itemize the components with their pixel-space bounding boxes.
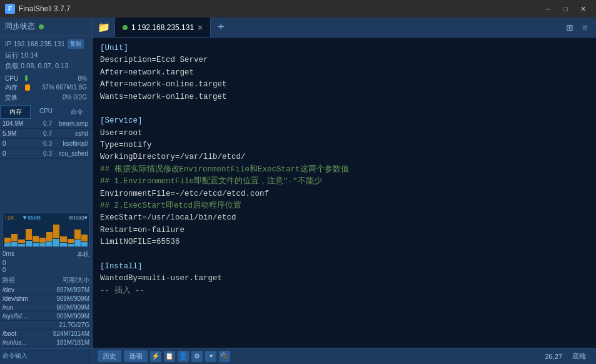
disk-row: 21.7G/27G <box>3 321 89 330</box>
editor-mode: 底端 <box>572 351 586 361</box>
terminal-line: LimitNOFILE=65536 <box>100 236 588 248</box>
proc-row: 0 0.3 rcu_sched <box>0 149 92 159</box>
list-view-button[interactable]: ≡ <box>578 21 591 34</box>
cmd-label: 命令输入 <box>3 351 89 360</box>
status-dot <box>39 24 44 29</box>
status-toolbar: 历史 选项 ⚡ 📋 👤 ⚙ ✦ 🔌 <box>98 350 230 362</box>
cpu-value: 8% <box>56 75 87 82</box>
history-button[interactable]: 历史 <box>98 350 121 362</box>
proc-mem: rcu_sched <box>52 150 89 157</box>
title-bar: F FinalShell 3.7.7 ─ □ ✕ <box>0 0 596 18</box>
copy-ip-button[interactable]: 复制 <box>68 39 84 49</box>
options-button[interactable]: 选项 <box>124 350 148 362</box>
proc-list: 104.9M 0.7 beam.smp 5.9M 0.7 sshd 0 0.3 … <box>0 119 92 211</box>
mem-value: 37% 667M/1.8G <box>42 84 87 91</box>
app-icon: F <box>5 4 15 14</box>
swap-metric-row: 交换 0% 0/2G <box>0 93 92 103</box>
disk-avail: 21.7G/27G <box>46 321 90 328</box>
latency-val3: 0 <box>3 266 89 273</box>
net-down-label: ▼850B <box>22 215 41 221</box>
mem-bar <box>25 84 30 91</box>
terminal-line: ## 2.ExecStart即etcd启动程序位置 <box>100 200 588 212</box>
terminal-line: WorkingDirectory=/var/lib/etcd/ <box>100 151 588 163</box>
gear-icon[interactable]: ⚙ <box>191 351 203 362</box>
disk-path: /boot <box>3 330 46 337</box>
net-iface-label: ens33▾ <box>69 215 88 221</box>
disk-avail-header: 可用/大小 <box>63 276 89 285</box>
terminal-line: After=network.target <box>100 67 588 79</box>
disk-avail: 909M/909M <box>46 295 90 302</box>
cpu-bar <box>25 75 28 81</box>
maximize-button[interactable]: □ <box>557 3 573 15</box>
close-button[interactable]: ✕ <box>575 3 591 15</box>
latency-section: 0ms 本机 0 0 <box>0 248 92 275</box>
latency-host: 本机 <box>77 250 89 259</box>
ip-label: IP 192.168.235.131 <box>5 39 65 50</box>
disk-section: 路径 可用/大小 /dev 897M/897M /dev/shm 909M/90… <box>0 275 92 348</box>
terminal-line: Restart=on-failure <box>100 225 588 236</box>
window-controls: ─ □ ✕ <box>540 3 591 15</box>
disk-row: /dev/shm 909M/909M <box>3 295 89 303</box>
tab-command[interactable]: 命令 <box>61 105 92 119</box>
proc-cpu: 0.7 <box>33 120 52 127</box>
add-tab-button[interactable]: + <box>211 18 231 37</box>
net-up-label: ↑1K <box>4 215 14 221</box>
cpu-metric-row: CPU 8% <box>0 74 92 83</box>
disk-path: /dev/shm <box>3 295 46 302</box>
tab-label: 1 192.168.235.131 <box>131 23 194 32</box>
disk-row: /boot 824M/1014M <box>3 330 89 338</box>
terminal-line: WantedBy=multi-user.target <box>100 273 588 285</box>
latency-value: 0ms <box>3 250 14 259</box>
folder-button[interactable]: 📁 <box>93 18 115 37</box>
terminal-area[interactable]: [Unit] Description=Etcd Server After=net… <box>93 38 596 348</box>
latency-row: 0ms 本机 <box>3 250 89 260</box>
net-bars <box>3 223 89 246</box>
tab-cpu[interactable]: CPU <box>31 105 61 119</box>
proc-row: 5.9M 0.7 sshd <box>0 129 92 139</box>
lightning-icon[interactable]: ⚡ <box>150 351 161 362</box>
user-icon[interactable]: 👤 <box>178 351 189 362</box>
disk-avail: 900M/909M <box>46 304 90 311</box>
terminal-line: ExecStart=/usr/local/bin/etcd <box>100 212 588 224</box>
view-buttons: ⊞ ≡ <box>558 18 596 37</box>
plugin-icon[interactable]: 🔌 <box>219 351 230 362</box>
ip-row: IP 192.168.235.131 复制 <box>5 39 87 50</box>
tab-close-button[interactable]: × <box>198 23 203 32</box>
grid-view-button[interactable]: ⊞ <box>563 21 576 34</box>
cursor-position: 26,27 <box>545 353 562 360</box>
disk-row: /dev 897M/897M <box>3 286 89 295</box>
terminal-line: Wants=network-online.target <box>100 91 588 103</box>
session-tab[interactable]: 1 192.168.235.131 × <box>115 18 211 37</box>
tab-bar: 📁 1 192.168.235.131 × + ⊞ ≡ <box>93 18 596 38</box>
proc-name: 0 <box>3 140 33 147</box>
load-label: 负载 0.08, 0.07, 0.13 <box>5 61 87 72</box>
terminal-line: [Service] <box>100 115 588 127</box>
network-chart: ↑1K ▼850B ens33▾ <box>3 213 89 247</box>
tab-dot <box>123 25 128 30</box>
disk-path: /sys/fs/... <box>3 313 46 320</box>
sync-status-header: 同步状态 <box>0 18 92 36</box>
terminal-line: [Unit] <box>100 43 588 54</box>
terminal-line: -- 插入 -- <box>100 285 588 297</box>
disk-row: /run/us... 181M/181M <box>3 338 89 347</box>
terminal-line <box>100 248 588 260</box>
sync-status-label: 同步状态 <box>5 21 35 32</box>
runtime-label: 运行 10:14 <box>5 50 87 61</box>
clipboard-icon[interactable]: 📋 <box>164 351 175 362</box>
disk-row: /run 900M/909M <box>3 303 89 312</box>
terminal-line: After=network-online.target <box>100 79 588 91</box>
latency-val2: 0 <box>3 260 89 266</box>
tab-memory[interactable]: 内存 <box>0 105 31 119</box>
proc-name: 104.9M <box>3 120 33 127</box>
proc-cpu: 0.3 <box>33 140 52 147</box>
terminal-line: ## 1.EnvironmentFile即配置文件的位置，注意"-"不能少 <box>100 176 588 188</box>
disk-avail: 824M/1014M <box>46 330 90 337</box>
disk-path-header: 路径 <box>3 276 15 285</box>
star-icon[interactable]: ✦ <box>205 351 216 362</box>
main-container: 同步状态 IP 192.168.235.131 复制 运行 10:14 负载 0… <box>0 18 596 364</box>
terminal-line: User=root <box>100 128 588 139</box>
minimize-button[interactable]: ─ <box>540 3 556 15</box>
mem-metric-row: 内存 37% 667M/1.8G <box>0 83 92 93</box>
server-info: IP 192.168.235.131 复制 运行 10:14 负载 0.08, … <box>0 36 92 74</box>
cmd-input-area: 命令输入 <box>0 348 92 364</box>
